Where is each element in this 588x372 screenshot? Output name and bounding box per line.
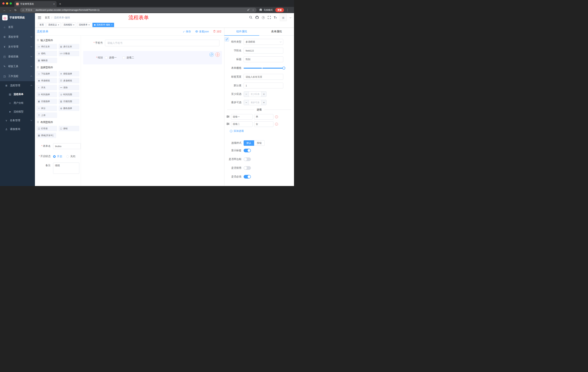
component-table[interactable]: ▦ 表格[开发中] bbox=[36, 133, 56, 138]
help-icon[interactable]: ? bbox=[262, 16, 265, 19]
sidebar-item-payment[interactable]: ¥ 支付管理 bbox=[0, 42, 35, 52]
component-counter[interactable]: 123 计数器 bbox=[59, 51, 79, 56]
disabled-toggle[interactable] bbox=[244, 166, 251, 170]
tag-close-icon[interactable]: × bbox=[111, 24, 112, 26]
sidebar-item-process-model[interactable]: ➤ 流程模型 bbox=[0, 107, 35, 116]
sidebar-item-workflow[interactable]: ◳ 工作流程 bbox=[0, 71, 35, 81]
sidebar-item-user-groups[interactable]: ☺ 用户分组 bbox=[0, 99, 35, 107]
zoom-window-button[interactable] bbox=[10, 2, 12, 5]
component-rate[interactable]: ☆ 评分 bbox=[36, 106, 57, 111]
option-value-input[interactable] bbox=[254, 121, 273, 127]
component-time-picker[interactable]: ◷ 时间选择 bbox=[36, 92, 57, 97]
component-textarea[interactable]: ▤ 多行文本 bbox=[59, 44, 79, 49]
search-icon[interactable] bbox=[249, 16, 252, 20]
show-label-toggle[interactable] bbox=[244, 149, 251, 152]
back-icon[interactable]: ← bbox=[2, 9, 7, 11]
tab-form-props[interactable]: 表单属性 bbox=[259, 28, 294, 35]
option-label-input[interactable] bbox=[231, 121, 252, 127]
component-select[interactable]: ◒ 下拉选择 bbox=[36, 71, 57, 76]
tag-process-model[interactable]: 流程模型 × bbox=[62, 23, 76, 27]
sidebar-item-system[interactable]: ⚙ 系统管理 bbox=[0, 32, 35, 42]
new-tab-button[interactable]: + bbox=[59, 2, 61, 6]
component-type-select[interactable]: 多选框组 bbox=[244, 39, 283, 45]
component-text-input[interactable]: ▭ 单行文本 bbox=[36, 44, 57, 49]
radio-status-on[interactable]: 开启 bbox=[53, 155, 62, 158]
sidebar-item-infrastructure[interactable]: ◰ 基础设施 bbox=[0, 52, 35, 62]
component-radio-group[interactable]: ◉ 单选框组 bbox=[36, 78, 57, 83]
component-password[interactable]: ◘ 密码 bbox=[36, 51, 57, 56]
clear-button[interactable]: 清空 bbox=[213, 30, 221, 33]
key-icon[interactable] bbox=[247, 8, 250, 12]
radio-status-off[interactable]: 关闭 bbox=[66, 155, 75, 158]
close-window-button[interactable] bbox=[2, 2, 5, 5]
default-value-input[interactable] bbox=[244, 83, 283, 88]
component-slider[interactable]: ⊶ 滑块 bbox=[59, 85, 79, 90]
plus-button[interactable]: + bbox=[261, 100, 266, 105]
checkbox-option-1[interactable]: 选项一 bbox=[105, 56, 117, 59]
checkbox-option-2[interactable]: 选项二 bbox=[122, 56, 134, 59]
remove-option-button[interactable]: − bbox=[275, 115, 278, 118]
title-input[interactable] bbox=[244, 56, 283, 62]
component-button[interactable]: ▢ 按钮 bbox=[59, 126, 79, 131]
min-select-input[interactable] bbox=[249, 92, 261, 97]
component-cascader[interactable]: ⋔ 级联选择 bbox=[59, 71, 79, 76]
component-date-picker[interactable]: ▣ 日期选择 bbox=[36, 99, 57, 104]
option-value-input[interactable] bbox=[254, 114, 273, 120]
component-color-picker[interactable]: ◍ 颜色选择 bbox=[59, 106, 79, 111]
component-time-range[interactable]: ◶ 时间范围 bbox=[59, 92, 79, 97]
delete-field-button[interactable] bbox=[215, 53, 220, 57]
reload-icon[interactable]: ↻ bbox=[13, 9, 18, 11]
minimize-window-button[interactable] bbox=[6, 2, 8, 5]
tab-close-icon[interactable]: × bbox=[53, 3, 55, 5]
minus-button[interactable]: − bbox=[244, 100, 249, 105]
view-json-button[interactable]: 查看json bbox=[195, 30, 209, 33]
option-label-input[interactable] bbox=[231, 114, 252, 120]
caret-down-icon[interactable] bbox=[290, 17, 292, 18]
form-name-input[interactable] bbox=[53, 143, 81, 149]
bookmark-star-icon[interactable]: ☆ bbox=[252, 9, 254, 11]
component-editor[interactable]: ▩ 编辑器 bbox=[36, 58, 57, 63]
remove-option-button[interactable]: − bbox=[275, 123, 278, 126]
component-date-range[interactable]: ▨ 日期范围 bbox=[59, 99, 79, 104]
tag-close-icon[interactable]: × bbox=[88, 24, 90, 26]
tag-close-icon[interactable]: × bbox=[58, 24, 59, 26]
sidebar-item-leave-query[interactable]: ♙ 请假查询 bbox=[0, 125, 35, 134]
tag-home[interactable]: 首页 bbox=[38, 23, 45, 27]
plus-button[interactable]: + bbox=[261, 92, 266, 97]
avatar[interactable]: ▣ bbox=[280, 14, 287, 21]
sidebar-item-process-form[interactable]: ▤ 流程表单 bbox=[0, 90, 35, 99]
tag-process-definition[interactable]: 流程定义 × bbox=[47, 23, 61, 27]
url-text[interactable]: dashboard.yudao.iocoder.cn/bpm/manager/f… bbox=[35, 9, 100, 11]
copy-field-button[interactable] bbox=[210, 53, 214, 57]
field-name-input[interactable] bbox=[244, 48, 283, 53]
checkbox-icon[interactable] bbox=[105, 56, 107, 59]
browser-tab[interactable]: 芋道管理系统 × bbox=[14, 1, 57, 7]
max-select-input[interactable] bbox=[249, 100, 261, 105]
component-switch[interactable]: ◐ 开关 bbox=[36, 85, 57, 90]
drag-handle-icon[interactable] bbox=[227, 115, 230, 118]
hamburger-icon[interactable] bbox=[38, 16, 41, 19]
fullscreen-icon[interactable] bbox=[268, 16, 271, 20]
checkbox-icon[interactable] bbox=[122, 56, 125, 59]
font-size-icon[interactable]: TT bbox=[274, 16, 277, 19]
sidebar-item-home[interactable]: ⌂ 首页 bbox=[0, 22, 35, 32]
drag-handle-icon[interactable] bbox=[227, 123, 230, 126]
form-field-phone[interactable]: *手机号 bbox=[83, 37, 222, 48]
slider-handle[interactable] bbox=[282, 67, 285, 70]
tab-component-props[interactable]: 组件属性 bbox=[224, 28, 259, 35]
form-field-gender[interactable]: *性别 选项一 选项二 bbox=[83, 51, 222, 64]
tag-close-icon[interactable]: × bbox=[73, 24, 74, 26]
sidebar-item-process-management[interactable]: ≣ 流程管理 bbox=[0, 81, 35, 90]
address-bar[interactable]: ⚠ 不安全 dashboard.yudao.iocoder.cn/bpm/man… bbox=[20, 8, 257, 12]
phone-input[interactable] bbox=[105, 40, 220, 46]
required-toggle[interactable] bbox=[244, 175, 251, 179]
component-upload[interactable]: ↥ 上传 bbox=[36, 112, 57, 118]
slider-track[interactable] bbox=[244, 68, 284, 69]
style-default-button[interactable]: 默认 bbox=[244, 140, 254, 146]
github-icon[interactable] bbox=[255, 16, 259, 20]
form-remark-textarea[interactable]: 嘿嘿 bbox=[53, 162, 79, 174]
tag-process-form[interactable]: 流程表单 × bbox=[77, 23, 91, 27]
component-checkbox-group[interactable]: ☑ 多选框组 bbox=[59, 78, 79, 83]
sidebar-item-devtools[interactable]: ✎ 研发工具 bbox=[0, 62, 35, 71]
component-row-container[interactable]: ◫ 行容器 bbox=[36, 126, 57, 131]
